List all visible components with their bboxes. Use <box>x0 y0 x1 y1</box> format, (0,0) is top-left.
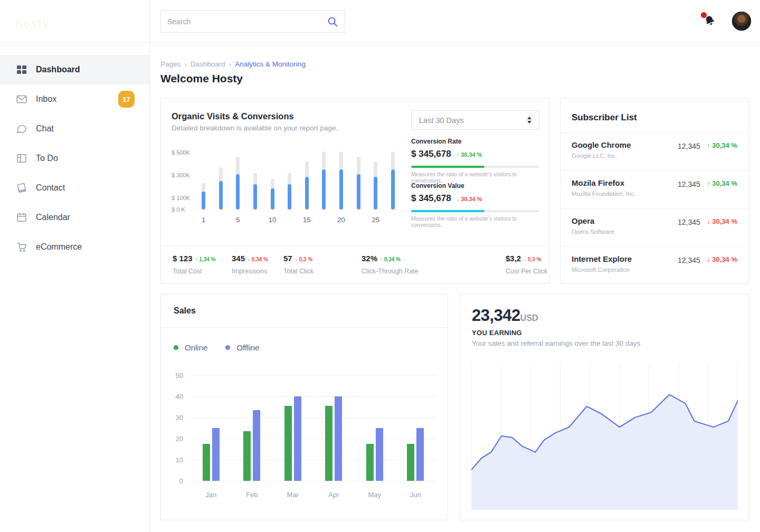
stat-value: 345 <box>232 254 245 263</box>
stat-label: Total Click <box>283 268 314 275</box>
stat-ctr: 32%0,34 % Click-Through Rate <box>362 254 419 275</box>
legend-label: Offline <box>236 343 259 352</box>
sidebar-item-label: Contact <box>36 183 65 193</box>
earnings-caption: Your sales and referral earnings over th… <box>472 339 640 347</box>
stat-delta: 0,34 % <box>248 256 268 262</box>
todo-layout-icon <box>16 153 27 164</box>
notifications-button[interactable] <box>701 12 720 31</box>
sidebar-item-todo[interactable]: To Do <box>0 144 149 173</box>
conversion-value-delta: 30,34 % <box>457 196 482 202</box>
legend-label: Online <box>185 343 207 352</box>
stat-label: Cost Per Click <box>506 268 547 275</box>
sidebar-nav: Dashboard Inbox 17 Chat To Do <box>0 55 149 262</box>
sidebar-item-calendar[interactable]: Calendar <box>0 203 149 232</box>
subscriber-delta: 30,34 % <box>707 141 737 149</box>
sales-legend: Online Offline <box>174 343 259 352</box>
conversion-rate-progress-track <box>411 166 539 168</box>
stat-value: 57 <box>283 254 292 263</box>
sales-legend-dot <box>225 345 230 350</box>
organic-card-title: Organic Visits & Conversions <box>172 111 294 121</box>
conversion-value-progress-track <box>411 210 539 212</box>
conversion-value-value: $ 345,678 <box>411 193 451 204</box>
conversion-rate-delta: 30,34 % <box>457 151 482 158</box>
sales-card: Sales Online Offline 50403020100 JanFebM… <box>160 294 448 520</box>
subscriber-name: Google Chrome <box>572 140 631 149</box>
search-input[interactable] <box>161 17 327 26</box>
subscriber-name: Opera <box>572 216 594 225</box>
sidebar-item-inbox[interactable]: Inbox 17 <box>0 84 149 114</box>
subscriber-row-chrome[interactable]: Google Chrome Google LLC, Inc. 12,345 30… <box>560 132 748 170</box>
sales-card-title: Sales <box>174 306 196 316</box>
search-icon[interactable] <box>327 16 338 27</box>
conversion-value-label: Conversion Value <box>411 182 539 189</box>
subscriber-list-title: Subscriber List <box>572 112 637 123</box>
sidebar-item-dashboard[interactable]: Dashboard <box>0 55 149 84</box>
legend-item-offline: Offline <box>225 343 259 352</box>
stat-value: $ 123 <box>173 254 193 263</box>
breadcrumb-current[interactable]: Analytics & Monitoring <box>235 60 306 68</box>
conversion-rate-label: Conversion Rate <box>411 138 539 145</box>
breadcrumb-separator: › <box>184 60 187 68</box>
stat-delta: 0,3 % <box>524 256 541 262</box>
breadcrumb-pages[interactable]: Pages <box>160 60 180 68</box>
date-range-value: Last 30 Days <box>419 116 527 125</box>
subscriber-company: Microsoft Corporation <box>572 267 630 273</box>
stat-delta: 0,3 % <box>295 256 312 262</box>
stat-label: Impressions <box>232 268 268 275</box>
subscriber-count: 12,345 <box>678 218 700 226</box>
earnings-label: YOU EARNING <box>472 329 522 337</box>
notification-dot <box>701 12 707 18</box>
subscriber-row-ie[interactable]: Internet Explore Microsoft Corporation 1… <box>560 246 748 284</box>
sidebar: hosty Dashboard Inbox 17 Chat <box>0 0 150 532</box>
sidebar-item-label: eCommerce <box>36 242 82 252</box>
organic-card-subtitle: Detailed breakdown is available on your … <box>172 124 338 132</box>
organic-stats-row: $ 1231,34 % Total Cost 3450,34 % Impress… <box>161 246 549 284</box>
sidebar-item-label: Dashboard <box>36 65 80 74</box>
avatar[interactable] <box>732 12 751 31</box>
stat-label: Total Cost <box>173 268 215 275</box>
earnings-amount: 23,342 <box>472 306 520 325</box>
subscriber-count: 12,345 <box>678 180 700 188</box>
conversion-rate-value: $ 345,678 <box>411 149 451 159</box>
conversion-value-caption: Measures the ratio of a website's visito… <box>411 215 539 228</box>
sidebar-item-ecommerce[interactable]: eCommerce <box>0 232 149 262</box>
dashboard-app: hosty Dashboard Inbox 17 Chat <box>0 0 760 532</box>
subscriber-name: Internet Explore <box>572 254 632 263</box>
conversion-rate-progress-fill <box>411 166 484 168</box>
subscriber-company: Mozilla Foundation, Inc. <box>572 191 635 197</box>
stat-delta: 1,34 % <box>195 256 216 262</box>
contact-book-icon <box>16 182 27 194</box>
chat-bubble-icon <box>16 123 27 135</box>
calendar-icon <box>16 212 27 223</box>
sales-legend-dot <box>174 345 178 350</box>
sidebar-item-chat[interactable]: Chat <box>0 114 149 144</box>
breadcrumb: Pages›Dashboard›Analytics & Monitoring <box>160 60 306 68</box>
stat-total-cost: $ 1231,34 % Total Cost <box>173 254 215 275</box>
subscriber-row-firefox[interactable]: Mozila Firefox Mozilla Foundation, Inc. … <box>560 170 748 208</box>
subscriber-company: Opera Software <box>572 229 614 235</box>
subscriber-company: Google LLC, Inc. <box>572 153 617 159</box>
subscriber-count: 12,345 <box>678 256 700 264</box>
breadcrumb-dashboard[interactable]: Dashboard <box>191 60 225 68</box>
earnings-currency: USD <box>520 314 538 323</box>
inbox-unread-badge: 17 <box>118 91 135 108</box>
subscriber-list-card: Subscriber List Google Chrome Google LLC… <box>560 98 749 284</box>
organic-x-labels: 1510152025 <box>202 216 395 224</box>
subscriber-delta: 30,34 % <box>707 217 737 225</box>
select-arrows-icon <box>527 117 531 124</box>
conversion-value-progress-fill <box>411 210 484 212</box>
date-range-select[interactable]: Last 30 Days <box>411 110 539 130</box>
subscriber-name: Mozila Firefox <box>572 178 624 187</box>
conversion-rate-block: Conversion Rate $ 345,678 30,34 % Measur… <box>411 138 539 184</box>
sidebar-item-label: Chat <box>36 124 54 134</box>
sidebar-item-label: Calendar <box>36 213 70 222</box>
dashboard-grid-icon <box>16 64 27 75</box>
subscriber-delta: 30,34 % <box>707 179 737 187</box>
subscriber-rows: Google Chrome Google LLC, Inc. 12,345 30… <box>560 132 748 284</box>
earnings-card: 23,342 USD YOU EARNING Your sales and re… <box>460 294 749 520</box>
stat-label: Click-Through Rate <box>362 268 419 275</box>
sidebar-item-contact[interactable]: Contact <box>0 173 149 203</box>
organic-visits-card: Organic Visits & Conversions Detailed br… <box>160 98 549 284</box>
subscriber-row-opera[interactable]: Opera Opera Software 12,345 30,34 % <box>560 208 748 246</box>
subscriber-delta: 30,34 % <box>707 255 737 263</box>
